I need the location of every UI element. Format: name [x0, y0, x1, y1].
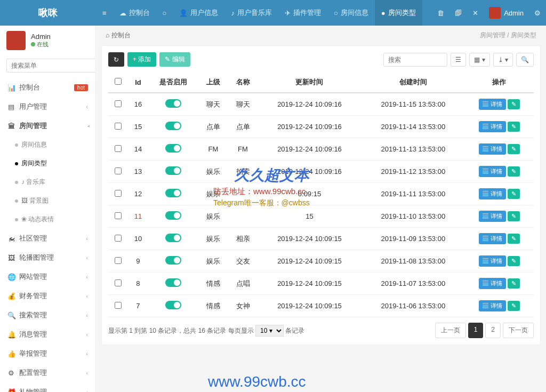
enable-switch[interactable]	[165, 256, 181, 265]
topnav-item[interactable]: 👤用户信息	[173, 0, 224, 26]
brand-logo[interactable]: 啾咪	[0, 0, 96, 26]
table-header[interactable]: 名称	[228, 72, 258, 93]
topnav-item[interactable]: ☁控制台	[113, 0, 156, 26]
row-checkbox[interactable]	[115, 257, 122, 264]
edit-button[interactable]: ✎ 编辑	[159, 52, 190, 67]
enable-switch[interactable]	[165, 99, 181, 108]
sidebar-item[interactable]: 🔔消息管理‹	[0, 325, 95, 344]
enable-switch[interactable]	[165, 166, 181, 175]
sidebar-item[interactable]: 🌐网站管理‹	[0, 267, 95, 286]
sidebar-item[interactable]: ⚙配置管理‹	[0, 363, 95, 382]
enable-switch[interactable]	[165, 301, 181, 309]
columns-icon[interactable]: ▦ ▾	[469, 53, 489, 67]
cell-created: 2019-11-11 13:53:00	[362, 183, 465, 205]
detail-button[interactable]: ▤ 详情	[479, 233, 505, 244]
topnav-item[interactable]: ○房间信息	[327, 0, 375, 26]
select-all-checkbox[interactable]	[115, 78, 122, 85]
sidebar-search-input[interactable]	[6, 59, 96, 73]
enable-switch[interactable]	[165, 122, 181, 130]
page-size-select[interactable]: 10 ▾	[255, 325, 284, 337]
enable-switch[interactable]	[165, 189, 181, 197]
row-checkbox[interactable]	[115, 190, 122, 197]
table-header[interactable]: 更新时间	[258, 72, 361, 93]
edit-row-button[interactable]: ✎	[508, 234, 520, 244]
table-header[interactable]: Id	[128, 72, 149, 93]
sidebar-item[interactable]: 🏍社区管理‹	[0, 229, 95, 248]
enable-switch[interactable]	[165, 144, 181, 153]
edit-row-button[interactable]: ✎	[508, 189, 520, 199]
sidebar-item[interactable]: 房间信息	[0, 135, 95, 154]
edit-row-button[interactable]: ✎	[508, 122, 520, 132]
detail-button[interactable]: ▤ 详情	[479, 188, 505, 199]
edit-row-button[interactable]: ✎	[508, 256, 520, 266]
detail-button[interactable]: ▤ 详情	[479, 278, 505, 289]
home-icon[interactable]: ⌂	[106, 31, 109, 39]
topnav-item[interactable]: ✈插件管理	[278, 0, 327, 26]
pager-page[interactable]: 1	[468, 323, 484, 338]
nav-icon: ●	[381, 9, 386, 17]
table-search-input[interactable]	[383, 53, 447, 67]
row-checkbox[interactable]	[115, 100, 122, 107]
row-checkbox[interactable]	[115, 302, 122, 309]
row-checkbox[interactable]	[115, 279, 122, 286]
pager-prev[interactable]: 上一页	[435, 323, 466, 338]
fullscreen-icon[interactable]: ✕	[467, 0, 484, 26]
breadcrumb-parent[interactable]: 房间管理	[480, 31, 505, 39]
edit-row-button[interactable]: ✎	[508, 211, 520, 221]
enable-switch[interactable]	[165, 211, 181, 220]
sidebar-item[interactable]: 🔍搜索管理‹	[0, 306, 95, 325]
detail-button[interactable]: ▤ 详情	[479, 166, 505, 177]
enable-switch[interactable]	[165, 234, 181, 242]
table-header[interactable]: 是否启用	[148, 72, 198, 93]
sidebar-item[interactable]: 💰财务管理‹	[0, 286, 95, 306]
cell-parent: 娱乐	[198, 183, 228, 205]
edit-row-button[interactable]: ✎	[508, 301, 520, 311]
row-checkbox[interactable]	[115, 145, 122, 152]
detail-button[interactable]: ▤ 详情	[479, 143, 505, 155]
edit-row-button[interactable]: ✎	[508, 278, 520, 289]
table-header[interactable]: 操作	[465, 72, 534, 93]
sidebar-item[interactable]: 🖼 背景图	[0, 191, 95, 210]
sidebar-item[interactable]: 🖼轮播图管理‹	[0, 248, 95, 267]
add-button[interactable]: + 添加	[127, 52, 156, 67]
sidebar-item[interactable]: ❀ 动态表情	[0, 210, 95, 229]
breadcrumb-root[interactable]: 控制台	[111, 31, 131, 39]
refresh-button[interactable]: ↻	[108, 52, 124, 67]
search-button[interactable]: 🔍	[516, 53, 534, 67]
gear-icon[interactable]: ⚙	[529, 0, 546, 26]
detail-button[interactable]: ▤ 详情	[479, 121, 505, 132]
detail-button[interactable]: ▤ 详情	[479, 300, 505, 311]
sidebar-item[interactable]: 🏛房间管理˅	[0, 116, 95, 135]
copy-icon[interactable]: 🗐	[449, 0, 467, 26]
row-checkbox[interactable]	[115, 212, 122, 219]
admin-user-link[interactable]: Admin	[484, 0, 529, 26]
sidebar-item[interactable]: ♪ 音乐库	[0, 173, 95, 191]
detail-button[interactable]: ▤ 详情	[479, 255, 505, 267]
table-header[interactable]: 上级	[198, 72, 228, 93]
edit-row-button[interactable]: ✎	[508, 166, 520, 177]
sidebar-item[interactable]: 房间类型	[0, 154, 95, 173]
sidebar-item[interactable]: 📊控制台hot	[0, 78, 95, 97]
sidebar-item[interactable]: 🎁礼物管理‹	[0, 382, 95, 392]
toggle-view-icon[interactable]: ☰	[451, 53, 466, 67]
topnav-item[interactable]: ○	[156, 0, 173, 26]
topnav-item[interactable]: ●房间类型	[375, 0, 422, 26]
row-checkbox[interactable]	[115, 167, 122, 174]
detail-button[interactable]: ▤ 详情	[479, 211, 505, 222]
edit-row-button[interactable]: ✎	[508, 99, 520, 109]
detail-button[interactable]: ▤ 详情	[479, 99, 505, 110]
table-header[interactable]: 创建时间	[362, 72, 465, 93]
topnav-item[interactable]: ≡	[96, 0, 113, 26]
row-checkbox[interactable]	[115, 123, 122, 130]
trash-icon[interactable]: 🗑	[432, 0, 449, 26]
table-header[interactable]	[108, 72, 128, 93]
topnav-item[interactable]: ♪用户音乐库	[224, 0, 278, 26]
row-checkbox[interactable]	[115, 235, 122, 242]
pager-next[interactable]: 下一页	[503, 323, 534, 338]
sidebar-item[interactable]: ▤用户管理‹	[0, 97, 95, 116]
sidebar-item[interactable]: 👍举报管理‹	[0, 344, 95, 363]
export-icon[interactable]: ⤓ ▾	[493, 53, 513, 67]
edit-row-button[interactable]: ✎	[508, 144, 520, 154]
enable-switch[interactable]	[165, 278, 181, 287]
pager-page[interactable]: 2	[485, 323, 501, 338]
